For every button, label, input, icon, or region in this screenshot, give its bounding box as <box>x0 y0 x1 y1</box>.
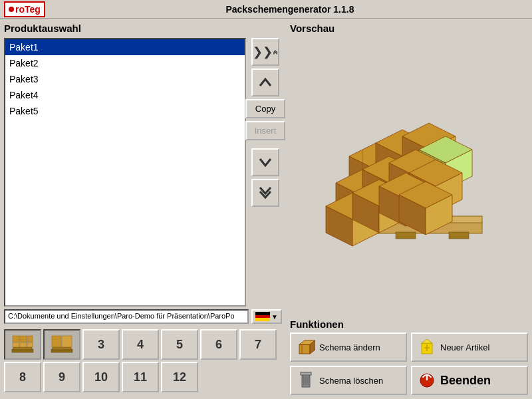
tab-label: 5 <box>176 338 183 352</box>
tab-label: 4 <box>137 338 144 352</box>
button-column: ❯❯ Copy Insert <box>249 38 282 307</box>
tab-label: 6 <box>215 338 222 352</box>
list-and-buttons: Paket1 Paket2 Paket3 Paket4 Paket5 ❯❯ <box>4 38 282 307</box>
de-flag <box>255 312 270 321</box>
schema-tab-12[interactable]: 12 <box>161 362 198 392</box>
schema-tab-6[interactable]: 6 <box>200 329 237 360</box>
neuer-artikel-label: Neuer Artikel <box>440 342 489 352</box>
list-item[interactable]: Paket1 <box>5 39 245 55</box>
logo-dot <box>9 7 14 12</box>
scroll-bottom-button[interactable] <box>251 179 279 207</box>
svg-rect-3 <box>20 336 27 342</box>
schema-loeschen-label: Schema löschen <box>319 376 383 386</box>
list-item[interactable]: Paket2 <box>5 55 245 71</box>
svg-rect-64 <box>301 372 311 375</box>
schema-tab-1[interactable] <box>4 329 41 360</box>
svg-marker-60 <box>422 339 432 343</box>
exit-icon <box>418 371 436 390</box>
language-selector[interactable]: ▼ <box>251 309 282 324</box>
schema-tab-7[interactable]: 7 <box>239 329 277 360</box>
svg-rect-9 <box>53 347 71 350</box>
schema-tab-5[interactable]: 5 <box>161 329 198 360</box>
schema-tab-8[interactable]: 8 <box>4 362 41 392</box>
schema-loeschen-button[interactable]: Schema löschen <box>290 366 407 395</box>
dropdown-arrow: ▼ <box>271 313 278 321</box>
logo-text: roTeg <box>15 4 41 15</box>
schema-tabs: 3 4 5 6 7 8 9 10 11 12 <box>4 327 282 395</box>
list-item[interactable]: Paket5 <box>5 103 245 119</box>
tab-label: 8 <box>19 370 26 384</box>
schema-tab-3[interactable]: 3 <box>82 329 120 360</box>
scroll-down-button[interactable] <box>251 148 279 176</box>
svg-rect-55 <box>299 344 310 354</box>
left-panel: Produktauswahl Paket1 Paket2 Paket3 Pake… <box>0 19 286 399</box>
svg-rect-10 <box>52 336 61 347</box>
schema-tab-2[interactable] <box>43 329 80 360</box>
right-panel: Vorschau <box>286 19 532 399</box>
scroll-top-button[interactable]: ❯❯ <box>251 38 279 66</box>
svg-rect-5 <box>13 342 19 347</box>
tab-label: 11 <box>134 370 147 384</box>
svg-rect-1 <box>13 347 32 350</box>
tab-label: 10 <box>94 370 108 384</box>
svg-rect-11 <box>62 336 72 347</box>
pallet-preview <box>316 103 502 249</box>
svg-rect-6 <box>20 342 27 347</box>
main-layout: Produktauswahl Paket1 Paket2 Paket3 Pake… <box>0 19 532 399</box>
list-item[interactable]: Paket4 <box>5 87 245 103</box>
schema-tab-10[interactable]: 10 <box>82 362 120 392</box>
product-list: Paket1 Paket2 Paket3 Paket4 Paket5 <box>4 38 246 307</box>
list-item[interactable]: Paket3 <box>5 71 245 87</box>
box-icon <box>297 338 315 356</box>
tab-label: 3 <box>98 338 104 352</box>
filepath-bar: C:\Dokumente und Einstellungen\Paro-Demo… <box>4 309 249 324</box>
app-title: Packschemengenerator 1.1.8 <box>52 4 528 15</box>
funktionen-buttons: Schema ändern Neuer Artikel <box>290 332 528 395</box>
schema-tab-11[interactable]: 11 <box>122 362 159 392</box>
preview-area <box>290 37 528 316</box>
funktionen-label: Funktionen <box>290 319 528 330</box>
svg-rect-7 <box>27 342 33 347</box>
copy-button[interactable]: Copy <box>245 99 285 118</box>
title-bar: roTeg Packschemengenerator 1.1.8 <box>0 0 532 19</box>
schema-aendern-label: Schema ändern <box>319 342 380 352</box>
logo: roTeg <box>4 1 45 17</box>
tab-label: 7 <box>255 338 261 352</box>
beenden-button[interactable]: Beenden <box>411 366 528 395</box>
schema-tab-4[interactable]: 4 <box>122 329 159 360</box>
new-item-icon <box>418 338 436 356</box>
tab-label: 12 <box>173 370 186 384</box>
insert-button[interactable]: Insert <box>245 121 285 140</box>
svg-rect-2 <box>13 336 19 342</box>
schema-aendern-button[interactable]: Schema ändern <box>290 332 407 362</box>
produktauswahl-label: Produktauswahl <box>4 23 282 34</box>
svg-rect-15 <box>449 232 469 239</box>
scroll-up-button[interactable] <box>251 68 279 96</box>
beenden-label: Beenden <box>440 374 491 388</box>
svg-rect-14 <box>396 232 416 239</box>
schema-tab-9[interactable]: 9 <box>43 362 80 392</box>
delete-schema-icon <box>297 371 315 390</box>
vorschau-label: Vorschau <box>290 23 528 34</box>
svg-rect-4 <box>27 336 33 342</box>
tab-label: 9 <box>59 370 65 384</box>
neuer-artikel-button[interactable]: Neuer Artikel <box>411 332 528 362</box>
